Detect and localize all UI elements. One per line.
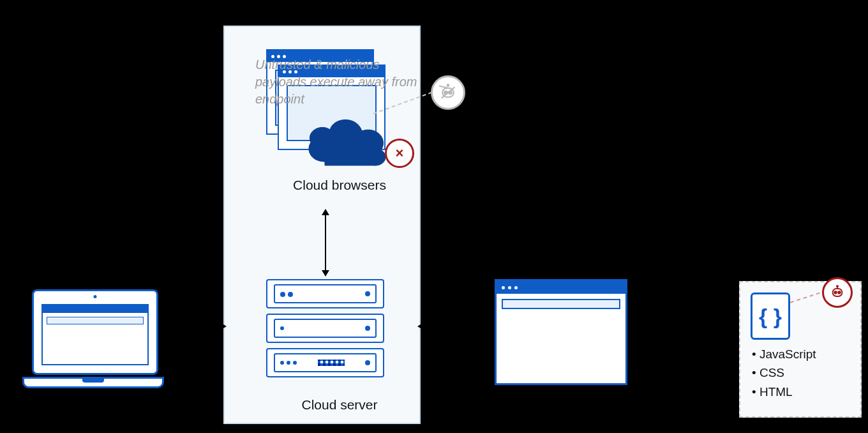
laptop-screen: [32, 289, 158, 375]
server-unit: [266, 314, 384, 343]
svg-line-3: [439, 86, 448, 89]
svg-point-8: [838, 291, 841, 294]
diagram-canvas: × Cloud browsers Cloud server: [0, 0, 868, 433]
cloud-icon: [299, 110, 395, 174]
laptop-icon: [22, 289, 164, 388]
threat-caption: Untrusted & malicious payloads execute a…: [255, 56, 421, 108]
svg-point-7: [834, 291, 837, 294]
laptop-base: [22, 377, 164, 388]
list-item: CSS: [752, 363, 816, 382]
arrowhead-left-icon: [417, 323, 424, 330]
cloud-server-label: Cloud server: [276, 397, 403, 413]
list-item: HTML: [752, 383, 816, 401]
svg-point-4: [447, 84, 449, 86]
arrowhead-right-icon: [220, 323, 227, 330]
cloud-server-graphic: [266, 279, 384, 383]
web-content-box: { } JavaScript CSS HTML: [739, 281, 862, 418]
web-content-list: JavaScript CSS HTML: [752, 345, 816, 401]
arrow-browser-to-cloud: [423, 326, 490, 327]
svg-point-10: [837, 285, 838, 287]
block-icon: ×: [385, 139, 414, 168]
arrowhead-down-icon: [322, 270, 329, 277]
arrow-laptop-to-cloud: [166, 326, 220, 327]
server-unit: [266, 348, 384, 377]
remote-browser-window: [495, 279, 627, 385]
arrow-vertical: [325, 214, 326, 271]
arrowhead-up-icon: [322, 209, 329, 215]
server-unit: [266, 279, 384, 308]
laptop-browser-window: [41, 304, 149, 365]
threat-robot-icon: [431, 75, 465, 110]
threat-robot-icon: [822, 277, 853, 308]
cloud-browsers-label: Cloud browsers: [276, 178, 403, 193]
code-braces-icon: { }: [751, 292, 790, 340]
list-item: JavaScript: [752, 345, 816, 363]
